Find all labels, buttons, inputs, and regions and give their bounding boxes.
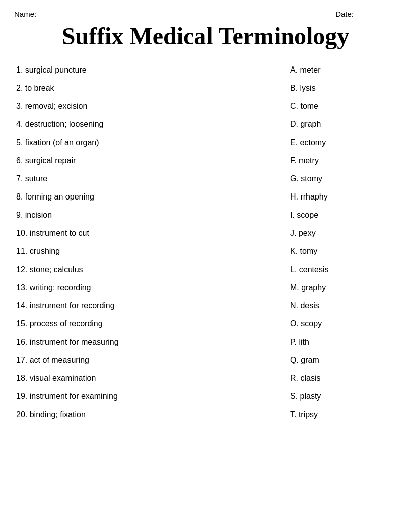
list-item: S. plasty (286, 387, 397, 406)
page-title: Suffix Medical Terminology (14, 22, 397, 50)
list-item: 1. surgical puncture (14, 61, 286, 79)
list-item: E. ectomy (286, 134, 397, 152)
list-item: T. tripsy (286, 406, 397, 424)
list-item: 5. fixation (of an organ) (14, 134, 286, 152)
list-item: A. meter (286, 61, 397, 79)
list-item: 17. act of measuring (14, 351, 286, 369)
list-item: C. tome (286, 97, 397, 115)
list-item: M. graphy (286, 279, 397, 297)
list-item: D. graph (286, 115, 397, 134)
list-item: 12. stone; calculus (14, 260, 286, 279)
list-item: I. scope (286, 206, 397, 224)
list-item: O. scopy (286, 315, 397, 333)
list-item: 10. instrument to cut (14, 224, 286, 242)
list-item: L. centesis (286, 260, 397, 279)
list-item: J. pexy (286, 224, 397, 242)
list-item: B. lysis (286, 79, 397, 97)
list-item: 3. removal; excision (14, 97, 286, 115)
list-item: 9. incision (14, 206, 286, 224)
name-label: Name: (14, 10, 36, 18)
list-item: 4. destruction; loosening (14, 115, 286, 134)
date-label: Date: (335, 10, 354, 18)
list-item: 2. to break (14, 79, 286, 97)
list-item: H. rrhaphy (286, 188, 397, 206)
list-item: 18. visual examination (14, 369, 286, 387)
list-item: 11. crushing (14, 242, 286, 260)
right-column: A. meterB. lysisC. tomeD. graphE. ectomy… (286, 61, 397, 424)
name-underline[interactable] (39, 9, 211, 18)
list-item: K. tomy (286, 242, 397, 260)
list-item: 6. surgical repair (14, 152, 286, 170)
list-item: G. stomy (286, 170, 397, 188)
list-item: 20. binding; fixation (14, 406, 286, 424)
list-item: 13. writing; recording (14, 279, 286, 297)
list-item: 16. instrument for measuring (14, 333, 286, 351)
date-underline[interactable] (357, 9, 397, 18)
main-content: 1. surgical puncture2. to break3. remova… (14, 61, 397, 424)
list-item: Q. gram (286, 351, 397, 369)
list-item: R. clasis (286, 369, 397, 387)
list-item: 7. suture (14, 170, 286, 188)
left-column: 1. surgical puncture2. to break3. remova… (14, 61, 286, 424)
list-item: N. desis (286, 297, 397, 315)
list-item: F. metry (286, 152, 397, 170)
list-item: P. lith (286, 333, 397, 351)
list-item: 14. instrument for recording (14, 297, 286, 315)
name-field: Name: (14, 9, 211, 18)
date-field: Date: (335, 9, 397, 18)
list-item: 19. instrument for examining (14, 387, 286, 406)
list-item: 15. process of recording (14, 315, 286, 333)
header-bar: Name: Date: (14, 9, 397, 18)
list-item: 8. forming an opening (14, 188, 286, 206)
